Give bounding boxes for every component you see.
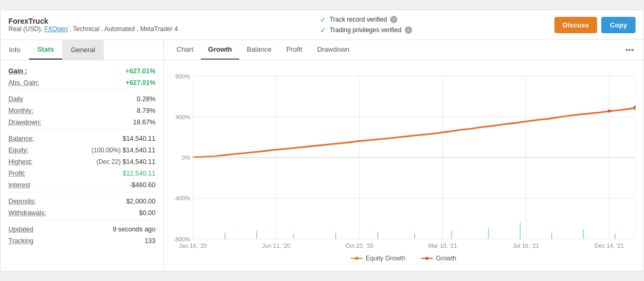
tab-general[interactable]: General <box>62 40 103 60</box>
left-panel: Info Stats General Gain : +627.01% Abs. … <box>1 40 164 271</box>
legend-equity-growth: Equity Growth <box>351 255 405 262</box>
svg-text:Dec 14, '21: Dec 14, '21 <box>594 243 623 249</box>
balance-label: Balance: <box>8 135 34 142</box>
svg-rect-34 <box>614 234 616 239</box>
right-panel: Chart Growth Balance Profit Drawdown ••• <box>164 40 643 271</box>
abs-gain-row: Abs. Gain: +627.01% <box>8 77 155 90</box>
highest-amount: $14,540.11 <box>122 158 155 166</box>
svg-text:0%: 0% <box>182 154 190 161</box>
tab-chart[interactable]: Chart <box>169 40 201 60</box>
svg-point-36 <box>608 109 611 112</box>
monthly-row: Monthly: 8.79% <box>8 105 155 117</box>
daily-label: Daily <box>8 95 23 103</box>
drawdown-row: Drawdown: 18.67% <box>8 117 155 130</box>
withdrawals-row: Withdrawals: $0.00 <box>8 207 155 220</box>
deposits-label: Deposits: <box>8 198 36 205</box>
svg-rect-30 <box>488 228 489 239</box>
svg-rect-25 <box>293 234 294 239</box>
svg-rect-31 <box>520 223 521 239</box>
discuss-button[interactable]: Discuss <box>554 17 598 33</box>
growth-line-icon <box>421 255 433 261</box>
svg-text:-400%: -400% <box>173 195 190 201</box>
drawdown-value: 18.67% <box>133 119 155 126</box>
profit-row: Profit: $12,540.11 <box>8 168 155 179</box>
daily-value: 0.28% <box>137 95 155 103</box>
chart-area: 800% 400% 0% -400% -800% Jan 16, '20 Jun… <box>164 60 643 271</box>
svg-text:Jul 16, '21: Jul 16, '21 <box>513 243 539 249</box>
verification-section: ✓ Track record verified i ✓ Trading priv… <box>320 15 412 34</box>
monthly-label: Monthly: <box>8 107 33 114</box>
stats-table: Gain : +627.01% Abs. Gain: +627.01% Dail… <box>1 60 163 252</box>
svg-rect-29 <box>451 230 452 239</box>
tab-drawdown[interactable]: Drawdown <box>310 40 357 60</box>
equity-label: Equity: <box>8 147 28 154</box>
svg-rect-33 <box>583 229 584 239</box>
svg-text:-800%: -800% <box>173 236 190 242</box>
interest-label: Interest <box>8 181 31 189</box>
trading-privileges-verified: ✓ Trading privileges verified i <box>320 26 412 34</box>
equity-pct: (100.00%) <box>92 147 121 154</box>
highest-date: (Dec 22) <box>96 158 121 166</box>
svg-text:400%: 400% <box>175 114 190 120</box>
copy-button[interactable]: Copy <box>601 17 636 33</box>
monthly-value: 8.79% <box>137 107 155 114</box>
tab-profit[interactable]: Profit <box>279 40 309 60</box>
dots-menu[interactable]: ••• <box>621 41 638 59</box>
svg-text:Mar 10, '21: Mar 10, '21 <box>428 243 457 249</box>
equity-amount: $14,540.11 <box>122 147 155 154</box>
svg-point-35 <box>633 105 636 110</box>
broker-link[interactable]: FXOpen <box>44 25 68 33</box>
svg-text:Jun 11, '20: Jun 11, '20 <box>262 243 290 249</box>
svg-rect-27 <box>377 232 378 239</box>
svg-text:Jan 16, '20: Jan 16, '20 <box>179 243 207 249</box>
subtitle-post: , Technical , Automated , MetaTrader 4 <box>70 25 178 33</box>
tab-growth[interactable]: Growth <box>201 40 240 60</box>
deposits-value: $2,000.00 <box>126 198 155 205</box>
tab-balance[interactable]: Balance <box>239 40 279 60</box>
svg-text:Oct 23, '20: Oct 23, '20 <box>346 243 374 249</box>
gain-row: Gain : +627.01% <box>8 65 155 77</box>
header-left: ForexTruck Real (USD), FXOpen , Technica… <box>8 17 178 33</box>
gain-value: +627.01% <box>125 67 155 75</box>
tracking-value: 133 <box>144 237 155 245</box>
info-icon-2[interactable]: i <box>405 26 412 34</box>
account-subtitle: Real (USD), FXOpen , Technical , Automat… <box>8 25 178 33</box>
profit-value: $12,540.11 <box>122 170 155 177</box>
abs-gain-label: Abs. Gain: <box>8 79 39 86</box>
check-icon-1: ✓ <box>320 15 326 24</box>
daily-row: Daily 0.28% <box>8 93 155 105</box>
verified-text-2: Trading privileges verified <box>329 26 401 34</box>
equity-row: Equity: (100.00%) $14,540.11 <box>8 144 155 156</box>
main-layout: Info Stats General Gain : +627.01% Abs. … <box>1 40 643 271</box>
track-record-verified: ✓ Track record verified i <box>320 15 412 24</box>
legend-growth-label: Growth <box>436 255 456 262</box>
svg-rect-32 <box>551 232 552 239</box>
tracking-row: Tracking 133 <box>8 235 155 247</box>
legend-growth: Growth <box>421 255 456 262</box>
info-icon-1[interactable]: i <box>390 16 397 23</box>
profit-label: Profit: <box>8 170 26 177</box>
svg-text:800%: 800% <box>175 73 190 80</box>
deposits-row: Deposits: $2,000.00 <box>8 196 155 207</box>
tab-stats[interactable]: Stats <box>29 40 63 60</box>
drawdown-label: Drawdown: <box>8 119 42 126</box>
svg-rect-26 <box>335 232 336 239</box>
balance-row: Balance: $14,540.11 <box>8 133 155 144</box>
svg-rect-24 <box>256 231 257 239</box>
svg-rect-28 <box>414 234 415 239</box>
check-icon-2: ✓ <box>320 26 326 34</box>
highest-row: Highest: (Dec 22) $14,540.11 <box>8 156 155 168</box>
tab-info[interactable]: Info <box>1 40 29 60</box>
verified-text-1: Track record verified <box>329 16 387 23</box>
withdrawals-label: Withdrawals: <box>8 209 46 217</box>
main-container: ForexTruck Real (USD), FXOpen , Technica… <box>0 9 644 272</box>
abs-gain-value: +627.01% <box>125 79 155 86</box>
svg-point-38 <box>355 257 358 260</box>
legend-equity-label: Equity Growth <box>366 255 405 262</box>
updated-label: Updated <box>8 226 33 233</box>
interest-row: Interest -$460.60 <box>8 179 155 192</box>
updated-row: Updated 9 seconds ago <box>8 224 155 235</box>
growth-chart: 800% 400% 0% -400% -800% Jan 16, '20 Jun… <box>172 65 636 250</box>
highest-label: Highest: <box>8 158 33 166</box>
tracking-label: Tracking <box>8 237 33 245</box>
